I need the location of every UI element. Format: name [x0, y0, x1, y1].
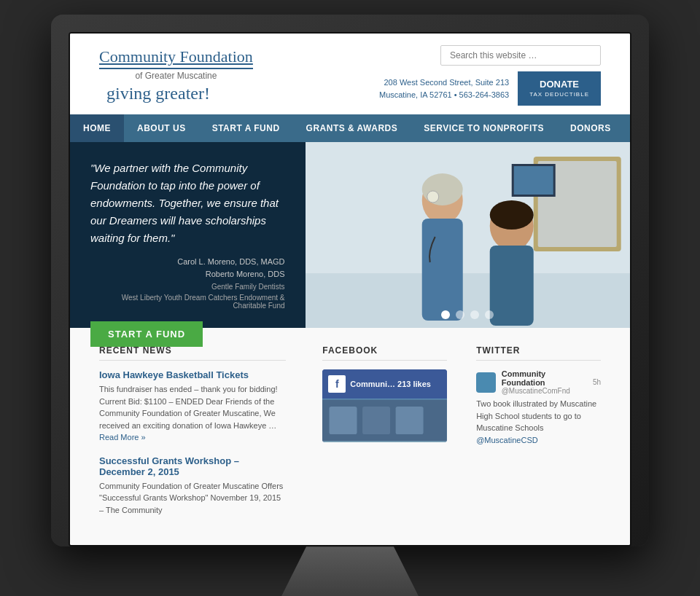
- slider-dot-2[interactable]: [456, 310, 464, 319]
- donate-button[interactable]: DONATE TAX DEDUCTIBLE: [518, 71, 601, 106]
- hero-attribution: Carol L. Moreno, DDS, MAGD Roberto Moren…: [90, 256, 285, 310]
- website: Community Foundation of Greater Muscatin…: [70, 34, 630, 545]
- twitter-time: 5h: [593, 378, 601, 386]
- news-item-1: Iowa Hawkeye Basketball Tickets This fun…: [99, 369, 286, 444]
- donate-sub: TAX DEDUCTIBLE: [529, 91, 589, 98]
- nav-item-home[interactable]: HOME: [70, 114, 124, 142]
- twitter-text: Two book illustrated by Muscatine High S…: [476, 398, 601, 446]
- nav-item-grants[interactable]: GRANTS & AWARDS: [293, 114, 411, 142]
- svg-point-13: [427, 191, 438, 203]
- svg-rect-17: [396, 407, 424, 434]
- fb-image: [322, 399, 447, 442]
- search-input[interactable]: [440, 45, 601, 66]
- header-right: 208 West Second Street, Suite 213 Muscat…: [379, 45, 601, 106]
- slider-dots: [441, 310, 494, 319]
- main-nav: HOME ABOUT US START A FUND GRANTS & AWAR…: [70, 114, 630, 142]
- svg-point-12: [489, 200, 533, 230]
- facebook-section: FACEBOOK f Communi… 213 likes: [308, 345, 462, 528]
- nav-item-donors[interactable]: DONORS: [557, 114, 624, 142]
- svg-rect-16: [362, 407, 390, 434]
- svg-rect-15: [330, 407, 357, 434]
- news-excerpt-2: Community Foundation of Greater Muscatin…: [99, 480, 286, 517]
- fb-header: f Communi… 213 likes: [322, 369, 447, 399]
- nav-item-about[interactable]: ABOUT US: [124, 114, 199, 142]
- hero-quote: "We partner with the Community Foundatio…: [90, 160, 285, 247]
- svg-rect-11: [489, 246, 533, 326]
- news-title-2[interactable]: Successful Grants Workshop – December 2,…: [99, 455, 286, 477]
- svg-rect-6: [513, 166, 553, 195]
- hero-cta: START A FUND: [90, 321, 285, 347]
- address-line2: Muscatine, IA 52761 • 563-264-3863: [379, 90, 509, 99]
- twitter-link[interactable]: @MuscatineCSD: [476, 436, 538, 444]
- attribution-title: Gentle Family Dentists: [90, 283, 285, 291]
- logo-tagline: giving greater!: [106, 84, 253, 103]
- logo-subtitle: of Greater Muscatine: [99, 71, 253, 81]
- monitor-wrapper: Community Foundation of Greater Muscatin…: [51, 15, 649, 596]
- news-item-2: Successful Grants Workshop – December 2,…: [99, 455, 286, 517]
- nav-item-start-fund[interactable]: START A FUND: [199, 114, 293, 142]
- site-header: Community Foundation of Greater Muscatin…: [70, 34, 630, 114]
- news-section: RECENT NEWS Iowa Hawkeye Basketball Tick…: [99, 345, 308, 528]
- logo-section: Community Foundation of Greater Muscatin…: [99, 47, 253, 103]
- header-contact: 208 West Second Street, Suite 213 Muscat…: [379, 71, 601, 106]
- twitter-section: TWITTER Community Foundation @MuscatineC…: [462, 345, 601, 528]
- monitor-screen: Community Foundation of Greater Muscatin…: [69, 32, 631, 546]
- twitter-avatar: [476, 372, 496, 393]
- logo-title[interactable]: Community Foundation: [99, 47, 253, 69]
- hero-image: [306, 142, 630, 328]
- attribution-name1: Carol L. Moreno, DDS, MAGD: [90, 256, 285, 268]
- address-block: 208 West Second Street, Suite 213 Muscat…: [379, 77, 509, 101]
- monitor-frame: Community Foundation of Greater Muscatin…: [51, 15, 649, 546]
- news-title-1[interactable]: Iowa Hawkeye Basketball Tickets: [99, 369, 286, 380]
- facebook-widget[interactable]: f Communi… 213 likes: [322, 369, 447, 442]
- fb-image-svg: [322, 399, 447, 442]
- slider-dot-4[interactable]: [485, 310, 494, 319]
- svg-point-9: [421, 173, 462, 205]
- address-line1: 208 West Second Street, Suite 213: [384, 78, 509, 87]
- hero-text-panel: "We partner with the Community Foundatio…: [70, 142, 306, 328]
- slider-dot-1[interactable]: [441, 310, 450, 319]
- twitter-handle[interactable]: @MuscatineComFnd: [502, 387, 587, 395]
- news-excerpt-1: This fundraiser has ended – thank you fo…: [99, 383, 286, 444]
- twitter-item-header: Community Foundation @MuscatineComFnd 5h: [476, 369, 601, 395]
- slider-dot-3[interactable]: [470, 310, 479, 319]
- twitter-item-1: Community Foundation @MuscatineComFnd 5h…: [476, 369, 601, 446]
- attribution-name2: Roberto Moreno, DDS: [90, 268, 285, 281]
- monitor-stand: [277, 546, 423, 596]
- facebook-icon: f: [328, 375, 346, 393]
- twitter-section-title: TWITTER: [476, 345, 601, 361]
- svg-rect-8: [421, 219, 462, 321]
- read-more-1[interactable]: Read More »: [99, 433, 146, 442]
- twitter-name: Community Foundation: [502, 369, 587, 387]
- fb-page-name: Communi… 213 likes: [350, 380, 431, 388]
- facebook-section-title: FACEBOOK: [322, 345, 447, 361]
- donate-label: DONATE: [540, 79, 579, 90]
- twitter-name-block: Community Foundation @MuscatineComFnd: [502, 369, 587, 395]
- attribution-org: West Liberty Youth Dream Catchers Endowm…: [90, 294, 285, 310]
- start-fund-button[interactable]: START A FUND: [90, 321, 203, 347]
- nav-item-service[interactable]: SERVICE TO NONPROFITS: [411, 114, 557, 142]
- news-section-title: RECENT NEWS: [99, 345, 286, 361]
- hero-image-svg: [306, 142, 630, 328]
- content-area: RECENT NEWS Iowa Hawkeye Basketball Tick…: [70, 328, 630, 545]
- hero-slider: "We partner with the Community Foundatio…: [70, 142, 630, 328]
